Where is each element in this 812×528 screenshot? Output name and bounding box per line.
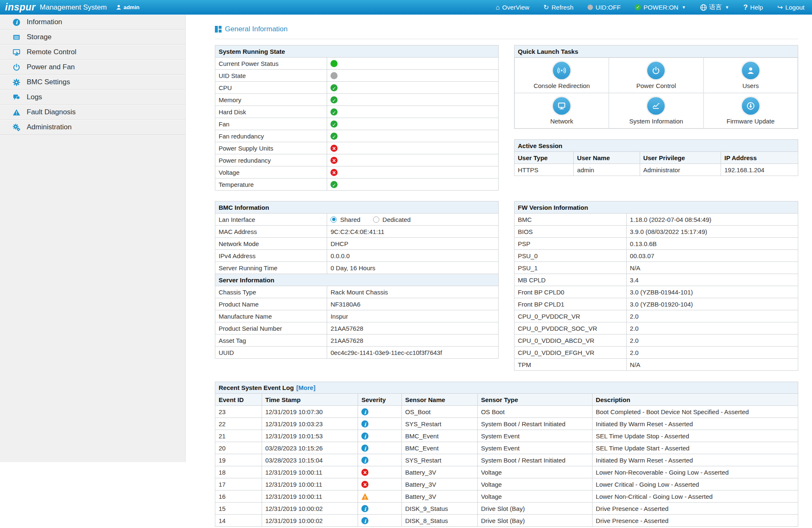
sidebar-item-information[interactable]: i Information xyxy=(0,15,185,30)
firmware-update-icon xyxy=(742,97,759,115)
users-icon xyxy=(742,62,759,79)
event-description: Initiated By Warm Reset - Asserted xyxy=(592,454,798,466)
event-time: 12/31/2019 10:00:11 xyxy=(262,466,358,478)
help-icon: ? xyxy=(743,3,747,12)
state-label: UID State xyxy=(215,70,327,82)
event-sensor-name: Battery_3V xyxy=(402,466,478,478)
refresh-icon: ↻ xyxy=(543,4,549,11)
refresh-button[interactable]: ↻ Refresh xyxy=(543,4,573,11)
event-description: Drive Presence - Asserted xyxy=(592,515,798,527)
fw-version: 3.0 (YZBB-01920-104) xyxy=(626,298,798,310)
logout-button[interactable]: ↪ Logout xyxy=(777,4,804,11)
fw-version: N/A xyxy=(626,262,798,274)
fw-version: 3.9.0 (08/03/2022 15:17:49) xyxy=(626,226,798,238)
fw-version: 2.0 xyxy=(626,347,798,359)
overview-button[interactable]: ⌂ OverView xyxy=(496,4,529,11)
fw-component: BMC xyxy=(514,214,627,226)
quick-launch-network[interactable]: Network xyxy=(514,93,609,128)
field-value: 0ec4c29c-1141-03e9-11ec-cc10f3f7643f xyxy=(327,347,499,359)
sidebar-item-storage[interactable]: Storage xyxy=(0,30,185,45)
event-sensor-type: System Event xyxy=(477,430,592,442)
uid-toggle[interactable]: UID:OFF xyxy=(588,4,620,11)
event-sensor-type: Drive Slot (Bay) xyxy=(477,515,592,527)
fw-version: 3.4 xyxy=(626,274,798,286)
state-value xyxy=(327,106,499,118)
table-row: Memory xyxy=(215,94,499,106)
event-sensor-type: Voltage xyxy=(477,490,592,503)
event-severity xyxy=(358,466,402,478)
severity-icon xyxy=(361,445,368,452)
system-information-icon xyxy=(647,97,665,115)
quick-launch-firmware-update[interactable]: Firmware Update xyxy=(704,93,798,128)
event-description: Initiated By Warm Reset - Asserted xyxy=(592,418,798,430)
more-link[interactable]: [More] xyxy=(296,384,315,391)
help-button[interactable]: ? Help xyxy=(743,3,763,12)
fw-version: 2.0 xyxy=(626,322,798,334)
field-value: DHCP xyxy=(327,238,499,250)
event-id: 18 xyxy=(215,466,262,478)
info-icon: i xyxy=(13,18,20,26)
fw-component: MB CPLD xyxy=(514,274,627,286)
table-row: Chassis Type Rack Mount Chassis xyxy=(215,286,499,298)
field-value: 21AA57628 xyxy=(327,322,499,334)
system-running-state-table: System Running State Current Power Statu… xyxy=(215,45,499,191)
state-value xyxy=(327,154,499,166)
event-sensor-type: System Event xyxy=(477,442,592,454)
sidebar-item-remote-control[interactable]: Remote Control xyxy=(0,45,185,60)
table-row: 18 12/31/2019 10:00:11 Battery_3V Voltag… xyxy=(215,466,798,478)
sidebar-item-power-and-fan[interactable]: Power and Fan xyxy=(0,60,185,75)
sidebar-item-bmc-settings[interactable]: BMC Settings xyxy=(0,75,185,90)
warning-triangle-icon: ! xyxy=(13,108,20,116)
quick-launch-users[interactable]: Users xyxy=(704,58,798,93)
power-control-icon xyxy=(647,62,665,79)
severity-icon xyxy=(361,493,368,500)
radio-dedicated-label: Dedicated xyxy=(383,216,411,223)
event-severity xyxy=(358,478,402,490)
session-user-privilege: Administrator xyxy=(640,164,721,176)
table-row: 20 03/28/2023 10:15:26 BMC_Event System … xyxy=(215,442,798,454)
quick-launch-power-control[interactable]: Power Control xyxy=(609,58,703,93)
table-row: CPU_0_PVDDCR_SOC_VR 2.0 xyxy=(514,322,798,334)
event-description: SEL Time Update Start - Asserted xyxy=(592,442,798,454)
table-row: 16 12/31/2019 10:00:11 Battery_3V Voltag… xyxy=(215,490,798,503)
gears-icon xyxy=(13,123,20,131)
table-row: CPU_0_VDDIO_ABCD_VR 2.0 xyxy=(514,334,798,347)
event-description: SEL Time Update Stop - Asserted xyxy=(592,430,798,442)
power-icon xyxy=(13,63,20,71)
table-row: 21 12/31/2019 10:01:53 BMC_Event System … xyxy=(215,430,798,442)
state-label: Fan xyxy=(215,118,327,130)
section-header: FW Version Information xyxy=(514,201,798,214)
radio-shared[interactable] xyxy=(330,216,337,223)
event-severity xyxy=(358,515,402,527)
column-header-row: Event ID Time Stamp Severity Sensor Name… xyxy=(215,394,798,406)
main-content: General Information System Running State… xyxy=(186,15,812,527)
sidebar-item-administration[interactable]: Administration xyxy=(0,120,185,135)
status-icon xyxy=(330,72,338,79)
field-label: Chassis Type xyxy=(215,286,327,298)
fw-component: CPU_0_VDDIO_ABCD_VR xyxy=(514,334,627,347)
event-severity xyxy=(358,418,402,430)
quick-launch-console-redirection[interactable]: Console Redirection xyxy=(514,58,609,93)
event-id: 16 xyxy=(215,490,262,503)
fw-version: 2.0 xyxy=(626,334,798,347)
power-menu[interactable]: ✓ POWER:ON ▼ xyxy=(635,4,686,11)
event-sensor-name: Battery_3V xyxy=(402,478,478,490)
field-value: 0 Day, 16 Hours xyxy=(327,262,499,274)
field-value: Rack Mount Chassis xyxy=(327,286,499,298)
top-bar: inspur Management System admin ⌂ OverVie… xyxy=(0,0,812,15)
status-icon xyxy=(330,169,338,176)
session-user-name: admin xyxy=(574,164,640,176)
sidebar-item-fault-diagnosis[interactable]: ! Fault Diagnosis xyxy=(0,105,185,120)
radio-dedicated[interactable] xyxy=(373,216,379,223)
event-severity xyxy=(358,490,402,503)
language-menu[interactable]: 语言 ▼ xyxy=(700,3,729,11)
fw-version: 2.0 xyxy=(626,310,798,322)
quick-launch-system-information[interactable]: System Information xyxy=(609,93,703,128)
event-description: Boot Completed - Boot Device Not Specifi… xyxy=(592,406,798,418)
event-severity xyxy=(358,442,402,454)
table-row: Product Name NF3180A6 xyxy=(215,298,499,310)
status-icon xyxy=(330,157,338,164)
sidebar-item-logs[interactable]: Logs xyxy=(0,90,185,105)
logs-icon xyxy=(13,93,20,101)
globe-icon xyxy=(700,4,707,11)
